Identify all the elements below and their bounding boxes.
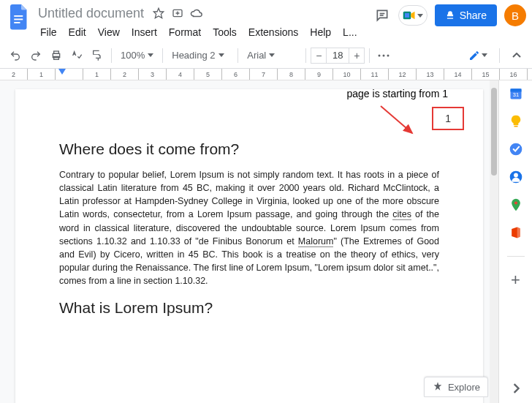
svg-rect-18 bbox=[514, 126, 517, 127]
menu-extensions[interactable]: Extensions bbox=[243, 25, 303, 39]
font-value: Arial bbox=[247, 50, 266, 61]
undo-button[interactable] bbox=[6, 46, 25, 65]
share-button[interactable]: Share bbox=[435, 4, 497, 26]
calendar-icon[interactable]: 31 bbox=[509, 86, 523, 101]
maps-icon[interactable] bbox=[509, 197, 523, 212]
vertical-scrollbar[interactable] bbox=[490, 80, 498, 403]
font-size-decrease[interactable]: − bbox=[311, 48, 327, 64]
separator bbox=[369, 48, 370, 63]
document-page[interactable]: page is starting from 1 1 Where does it … bbox=[15, 89, 483, 403]
zoom-value: 100% bbox=[121, 50, 145, 61]
ruler-tick: 8 bbox=[278, 69, 305, 80]
format-paint-button[interactable] bbox=[88, 46, 107, 65]
title-area: Untitled document File Edit View Insert … bbox=[35, 4, 373, 41]
menu-edit[interactable]: Edit bbox=[64, 25, 91, 39]
ruler-tick: 14 bbox=[444, 69, 472, 80]
page-number: 1 bbox=[432, 107, 464, 130]
comment-history-icon[interactable] bbox=[373, 7, 391, 24]
ruler-tick: 2 bbox=[111, 69, 139, 80]
add-addon-button[interactable]: + bbox=[509, 273, 523, 287]
keep-icon[interactable] bbox=[509, 114, 523, 129]
editing-mode-dropdown[interactable] bbox=[464, 48, 492, 64]
ruler-tick: 13 bbox=[417, 69, 444, 80]
menu-view[interactable]: View bbox=[93, 25, 125, 39]
heading-where-from[interactable]: Where does it come from? bbox=[59, 140, 439, 158]
style-dropdown[interactable]: Heading 2 bbox=[167, 46, 233, 65]
cloud-status-icon[interactable] bbox=[189, 6, 204, 20]
menu-more[interactable]: L... bbox=[338, 25, 362, 39]
svg-marker-3 bbox=[153, 8, 163, 18]
document-scroll-area[interactable]: page is starting from 1 1 Where does it … bbox=[0, 80, 498, 403]
ruler-tick: 16 bbox=[500, 69, 528, 80]
font-size-increase[interactable]: + bbox=[349, 48, 365, 64]
svg-rect-11 bbox=[54, 56, 59, 59]
font-size-value[interactable]: 18 bbox=[327, 48, 349, 64]
ruler-tick: 5 bbox=[194, 69, 222, 80]
menu-bar: File Edit View Insert Format Tools Exten… bbox=[35, 23, 373, 41]
meet-button[interactable] bbox=[398, 5, 428, 26]
side-panel: 31 + bbox=[498, 80, 532, 403]
document-title[interactable]: Untitled document bbox=[35, 6, 147, 21]
menu-format[interactable]: Format bbox=[164, 25, 206, 39]
menu-help[interactable]: Help bbox=[305, 25, 336, 39]
svg-point-12 bbox=[379, 54, 381, 56]
font-size-control: − 18 + bbox=[311, 48, 365, 64]
ruler-tick: 1 bbox=[28, 69, 56, 80]
toolbar-right bbox=[464, 46, 526, 65]
more-tools-button[interactable] bbox=[374, 46, 393, 65]
collapse-toolbar-button[interactable] bbox=[507, 46, 526, 65]
share-label: Share bbox=[460, 10, 487, 21]
underlined-word-malorum: Malorum bbox=[298, 236, 334, 247]
account-avatar[interactable]: B bbox=[504, 4, 526, 26]
zoom-dropdown[interactable]: 100% bbox=[116, 46, 158, 65]
svg-rect-1 bbox=[14, 19, 23, 20]
contacts-icon[interactable] bbox=[509, 170, 523, 184]
main-area: page is starting from 1 1 Where does it … bbox=[0, 80, 532, 403]
redo-button[interactable] bbox=[26, 46, 45, 65]
ruler-tick: 11 bbox=[361, 69, 389, 80]
explore-button[interactable]: Explore bbox=[424, 377, 488, 397]
ruler-tick: 1 bbox=[83, 69, 111, 80]
docs-logo[interactable] bbox=[6, 4, 32, 31]
paragraph-content[interactable]: Contrary to popular belief, Lorem Ipsum … bbox=[59, 168, 439, 287]
header-bar: Untitled document File Edit View Insert … bbox=[0, 0, 532, 42]
ruler-tick: 2 bbox=[0, 69, 28, 80]
text-span: Contrary to popular belief, Lorem Ipsum … bbox=[59, 170, 439, 219]
horizontal-ruler[interactable]: 211234567891011121314151617 bbox=[0, 69, 532, 80]
ruler-tick: 4 bbox=[167, 69, 194, 80]
office-icon[interactable] bbox=[509, 225, 523, 240]
svg-point-14 bbox=[387, 54, 390, 56]
separator bbox=[238, 48, 238, 63]
toolbar: 100% Heading 2 Arial − 18 + bbox=[0, 42, 532, 69]
menu-tools[interactable]: Tools bbox=[208, 25, 242, 39]
explore-label: Explore bbox=[448, 382, 480, 393]
separator bbox=[162, 48, 163, 63]
menu-file[interactable]: File bbox=[35, 25, 62, 39]
header-right: Share B bbox=[373, 4, 526, 26]
svg-rect-8 bbox=[405, 13, 409, 18]
separator bbox=[111, 48, 112, 63]
separator bbox=[499, 48, 500, 63]
ruler-tick: 12 bbox=[389, 69, 417, 80]
tasks-icon[interactable] bbox=[509, 142, 523, 157]
ruler-tick: 9 bbox=[305, 69, 333, 80]
svg-point-22 bbox=[514, 201, 517, 204]
heading-what-is[interactable]: What is Lorem Ipsum? bbox=[59, 299, 439, 317]
svg-rect-2 bbox=[14, 22, 20, 23]
ruler-indent-marker[interactable] bbox=[58, 69, 66, 75]
menu-insert[interactable]: Insert bbox=[126, 25, 162, 39]
ruler-tick: 15 bbox=[472, 69, 500, 80]
font-dropdown[interactable]: Arial bbox=[243, 46, 301, 65]
collapse-side-panel-button[interactable] bbox=[509, 381, 523, 396]
svg-point-21 bbox=[514, 173, 518, 178]
spellcheck-button[interactable] bbox=[67, 46, 86, 65]
annotation-text: page is starting from 1 bbox=[346, 88, 448, 99]
move-icon[interactable] bbox=[170, 6, 185, 20]
side-panel-separator bbox=[507, 256, 525, 257]
separator bbox=[305, 48, 306, 63]
star-icon[interactable] bbox=[151, 6, 166, 20]
scrollbar-thumb[interactable] bbox=[491, 88, 497, 176]
ruler-tick: 6 bbox=[222, 69, 250, 80]
print-button[interactable] bbox=[47, 46, 66, 65]
svg-point-13 bbox=[383, 54, 385, 56]
